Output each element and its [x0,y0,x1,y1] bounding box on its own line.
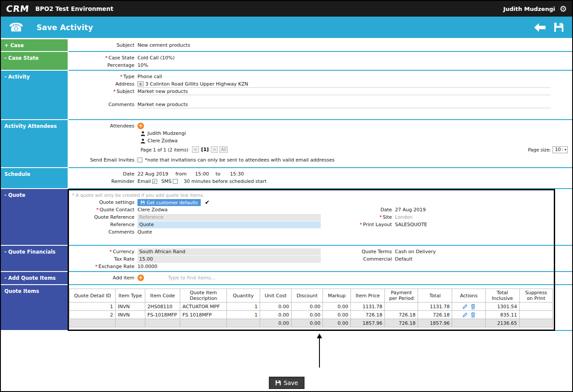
sidebar-item-quote[interactable]: - Quote [1,189,69,246]
get-customer-defaults-button[interactable]: Get customer defaults [137,199,201,206]
exchange-rate-value[interactable]: 10.0000 [137,264,158,269]
sms-checkbox[interactable] [173,179,178,184]
print-layout-label: Print Layout [363,222,392,227]
to-time-value[interactable]: 15:30 [230,171,244,177]
quote-contact-value: Clere Zodwa [137,207,325,213]
schedule-section: Date 22 Aug 2019 from 15:00 to 15:30 Rem… [69,168,572,189]
cell-actions [452,303,485,311]
edit-icon[interactable] [462,312,468,318]
total-inclusive: 2136.65 [485,319,519,327]
sidebar-item-quote-financials[interactable]: - Quote Financials [1,246,69,272]
phone-icon: ☎ [9,21,24,33]
activity-type-label: Type [124,74,134,79]
save-icon[interactable] [553,22,564,33]
email-label: Email [137,179,151,184]
pager-all-button[interactable]: All [220,146,227,153]
add-quote-items-section: Add item + [69,272,572,285]
total-total: 1857.96 [418,319,452,327]
confirm-check-icon: ✔ [205,199,209,206]
quote-comments-value[interactable]: Quote [137,229,152,235]
pager-prev-button[interactable]: < [192,146,199,153]
attendees-pager: Page 1 of 1 (2 items) < [1] > All [141,146,229,153]
cell-item-code: FS-1018MFP [145,311,180,319]
total-item-price: 1857.96 [350,319,384,327]
add-attendee-icon[interactable]: + [137,123,144,129]
date-label: Date [69,171,137,177]
date-value[interactable]: 22 Aug 2019 [137,171,175,177]
table-row: 2 INVN FS-1018MFP FS 1018MFP 1 0.00 0.00… [70,311,553,319]
cell-item-type: INVN [115,303,145,311]
cell-item-price: 1131.78 [350,303,384,311]
required-marker: * [120,74,123,79]
cell-description: ACTUATOR MPF [180,303,227,311]
edit-icon[interactable] [462,304,468,309]
activity-comments-value[interactable]: Market new products [137,102,188,107]
address-value[interactable]: 3 Colinton Road Gillits Upper Highway KZ… [145,81,248,87]
find-items-input[interactable] [168,275,299,281]
total-payment-per-period: 726.18 [385,319,418,327]
delete-icon[interactable] [470,304,476,309]
attendee-name: Judith Mudzengi [148,131,186,136]
case-subject-label: Subject [69,42,137,48]
delete-icon[interactable] [470,312,476,318]
save-button[interactable]: Save [269,377,304,389]
sidebar-item-quote-items[interactable]: Quote Items [1,285,69,331]
percentage-value: 10% [137,62,148,68]
invites-note: *note that invitations can only be sent … [145,157,335,163]
send-invites-label: Send Email Invites [69,157,137,163]
send-invites-checkbox[interactable] [137,158,142,162]
reminder-note: 30 minutes before scheduled start [184,179,267,184]
cell-unit-cost: 0.00 [260,311,292,319]
page-size-label: Page size: [528,147,551,152]
gear-icon[interactable]: ⚙ [559,5,567,13]
cell-quote-detail-id: 2 [70,311,116,319]
sms-label: SMS [161,179,172,184]
quote-annotated-block: - Quote * A quote will only be created i… [1,189,572,331]
commercial-value: Default [395,256,412,262]
pager-current-page: [1] [201,147,209,152]
quote-section: * A quote will only be created if you ad… [69,189,572,246]
case-state-value: Cold Call (10%) [137,55,175,61]
col-header: Total Inclusive [485,289,519,303]
activity-subject-value[interactable]: Market new products [137,89,188,94]
sidebar-item-schedule[interactable]: Schedule [1,168,69,189]
col-header: Item Type [115,289,145,303]
cell-suppress-on-print [519,303,552,311]
address-dropdown-icon[interactable]: ▼ [137,81,144,86]
pager-next-button[interactable]: > [211,146,218,153]
activity-section: *Type Phone call Address ▼ 3 Colinton Ro… [69,71,572,120]
crm-logo: CRM [6,3,30,14]
cell-discount: 0.00 [292,311,323,319]
from-time-value[interactable]: 15:00 [195,171,216,177]
page-size-select[interactable]: 10 ▼ [552,146,568,153]
cell-actions [452,311,485,319]
quote-financials-section: *Currency South African Rand Quote Terms… [69,246,572,272]
sidebar-item-add-quote-items[interactable]: - Add Quote Items [1,272,69,285]
col-header: Payment per Period [385,289,418,303]
col-header: Quantity [227,289,260,303]
col-header: Total [418,289,452,303]
attendee-name: Clere Zodwa [148,138,178,144]
col-header: Quote Item Description [180,289,227,303]
required-marker: * [95,264,98,269]
back-icon[interactable] [533,23,546,32]
cell-discount: 0.00 [292,303,323,311]
activity-subject-label: Subject [117,89,134,94]
sidebar-item-case[interactable]: + Case [1,39,69,52]
reference-label: Reference [69,222,137,227]
cell-total: 726.18 [418,311,452,319]
page-size-value: 10 [555,147,561,152]
sidebar-item-case-state[interactable]: - Case State [1,52,69,71]
total-unit-cost: 0.00 [260,319,292,327]
sidebar-item-activity[interactable]: - Activity [1,71,69,120]
currency-label: Currency [113,249,134,254]
sidebar-item-activity-attendees[interactable]: Activity Attendees [1,120,69,168]
pager-text: Page 1 of 1 (2 items) [141,147,189,152]
reference-input[interactable]: Quote [137,221,321,228]
user-icon [141,131,145,136]
topbar: CRM BPO2 Test Environment Judith Mudzeng… [1,1,572,17]
email-checkbox[interactable]: ✓ [152,179,157,184]
add-item-icon[interactable]: + [137,275,144,281]
app-title: BPO2 Test Environment [35,5,113,12]
cell-quote-detail-id: 1 [70,303,116,311]
